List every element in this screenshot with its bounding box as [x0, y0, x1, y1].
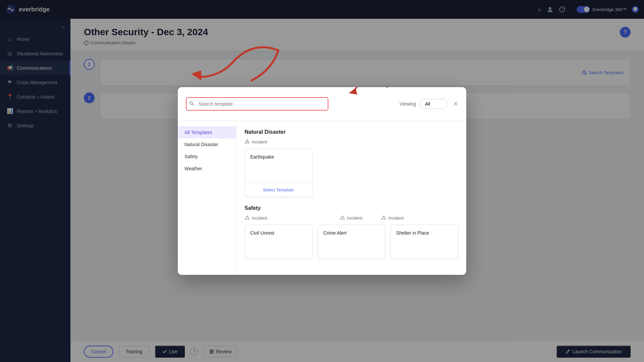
natural-disaster-title: Natural Disaster [245, 129, 458, 135]
safety-subsection-3: Incident [381, 215, 404, 221]
crime-alert-template-card: Crime Alert [318, 225, 385, 259]
viewing-select[interactable]: All Incident Training [419, 99, 448, 109]
svg-line-14 [192, 104, 194, 106]
modal-sidebar-weather[interactable]: Weather [178, 163, 236, 175]
civil-unrest-template-card: Civil Unrest [245, 225, 312, 259]
modal-close-button[interactable]: ✕ [453, 100, 458, 108]
modal-search-icon [189, 101, 194, 107]
safety-incident-label-3: Incident [388, 216, 404, 221]
modal-sidebar: All Templates Natural Disaster Safety We… [178, 121, 236, 275]
svg-point-13 [190, 102, 193, 105]
safety-subsection-2: Incident [340, 215, 363, 221]
modal-content: Natural Disaster Incident Earthquake Sel… [236, 121, 466, 275]
modal-sidebar-natural-disaster[interactable]: Natural Disaster [178, 138, 236, 150]
select-earthquake-template-link[interactable]: Select Template [263, 187, 294, 192]
shelter-in-place-template-name: Shelter in Place [391, 225, 458, 258]
modal-body: All Templates Natural Disaster Safety We… [178, 121, 466, 275]
safety-subsection-1: Incident [245, 215, 267, 221]
natural-disaster-subsection-label: Incident [252, 139, 267, 144]
safety-incident-label-1: Incident [252, 216, 267, 221]
safety-section: Safety Incident Incident Incident [245, 205, 458, 259]
svg-point-17 [247, 142, 247, 143]
safety-templates-grid: Civil Unrest Crime Alert Shelter in Plac… [245, 225, 458, 259]
shelter-in-place-template-card: Shelter in Place [390, 225, 458, 259]
crime-alert-template-name: Crime Alert [318, 225, 385, 258]
search-template-input[interactable] [186, 97, 328, 111]
search-wrap [186, 97, 328, 111]
modal-sidebar-all-templates[interactable]: All Templates [178, 126, 236, 138]
natural-disaster-subtitle: Incident [245, 139, 458, 144]
arrow-annotation [327, 87, 394, 107]
modal-overlay[interactable]: Viewing All Incident Training ✕ All Temp… [0, 0, 644, 362]
viewing-label: Viewing [399, 101, 416, 107]
svg-marker-15 [349, 88, 357, 95]
modal-header: Viewing All Incident Training ✕ [178, 87, 466, 121]
safety-incident-label-2: Incident [347, 216, 363, 221]
earthquake-template-footer[interactable]: Select Template [245, 182, 312, 197]
modal-viewing: Viewing All Incident Training [399, 99, 448, 109]
natural-disaster-section: Natural Disaster Incident Earthquake Sel… [245, 129, 458, 197]
civil-unrest-template-name: Civil Unrest [245, 225, 312, 258]
safety-title: Safety [245, 205, 458, 211]
earthquake-template-card: Earthquake Select Template [245, 148, 312, 197]
template-modal: Viewing All Incident Training ✕ All Temp… [178, 87, 466, 275]
earthquake-template-name: Earthquake [245, 149, 312, 182]
modal-sidebar-safety[interactable]: Safety [178, 150, 236, 163]
